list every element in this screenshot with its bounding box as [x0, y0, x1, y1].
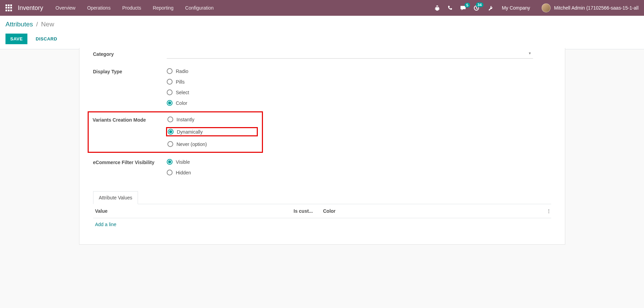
tabs: Attribute Values: [93, 191, 551, 204]
form-sheet: Category ▼ Display Type Radio: [79, 48, 565, 245]
table-header: Value Is cust... Color ⋮: [93, 204, 551, 218]
apps-icon[interactable]: [5, 4, 12, 11]
radio-label: Visible: [176, 159, 190, 165]
vcm-group: Instantly Dynamically Never (option): [167, 116, 258, 147]
vcm-label: Variants Creation Mode: [93, 116, 167, 123]
radio-label: Color: [176, 100, 187, 106]
radio-icon: [167, 68, 173, 74]
efv-label: eCommerce Filter Visibility: [93, 158, 167, 165]
radio-icon: [167, 100, 173, 106]
radio-label: Select: [176, 90, 189, 95]
col-value: Value: [93, 208, 294, 214]
chevron-down-icon[interactable]: ▼: [528, 51, 532, 55]
variants-creation-mode-highlight: Variants Creation Mode Instantly Dynamic…: [88, 111, 263, 153]
display-type-select[interactable]: Select: [167, 89, 551, 95]
efv-group: Visible Hidden: [167, 158, 551, 175]
efv-hidden[interactable]: Hidden: [167, 170, 551, 175]
breadcrumb-sep: /: [36, 21, 38, 28]
radio-label: Never (option): [177, 141, 207, 147]
radio-icon: [167, 89, 173, 95]
radio-label: Instantly: [177, 117, 194, 122]
breadcrumb-root[interactable]: Attributes: [5, 21, 33, 28]
tools-icon[interactable]: [487, 5, 492, 11]
menu-overview[interactable]: Overview: [55, 5, 75, 11]
display-type-color[interactable]: Color: [167, 100, 551, 106]
radio-icon: [167, 159, 173, 165]
systray: 5 34 My Company Mitchell Admin (17102566…: [434, 3, 639, 12]
user-name: Mitchell Admin (17102566-saas-15-1-all: [554, 5, 639, 11]
radio-icon: [168, 129, 174, 135]
vcm-dynamically[interactable]: Dynamically: [168, 129, 254, 135]
radio-label: Pills: [176, 79, 185, 85]
vcm-dynamically-highlight: Dynamically: [166, 127, 258, 136]
radio-icon: [167, 170, 173, 175]
efv-visible[interactable]: Visible: [167, 159, 551, 165]
save-button[interactable]: SAVE: [5, 34, 27, 44]
menu-operations[interactable]: Operations: [87, 5, 110, 11]
phone-icon[interactable]: [447, 5, 453, 11]
radio-icon: [167, 116, 173, 122]
tab-attribute-values[interactable]: Attribute Values: [93, 191, 138, 204]
menu-products[interactable]: Products: [122, 5, 141, 11]
vcm-never[interactable]: Never (option): [167, 141, 258, 147]
radio-label: Radio: [176, 69, 189, 74]
add-line[interactable]: Add a line: [93, 218, 551, 231]
messages-icon[interactable]: 5: [460, 5, 466, 11]
kebab-icon[interactable]: ⋮: [542, 208, 551, 214]
breadcrumb-current: New: [41, 21, 54, 28]
breadcrumb-bar: Attributes / New: [0, 16, 644, 30]
avatar: [542, 3, 551, 12]
user-menu[interactable]: Mitchell Admin (17102566-saas-15-1-all: [542, 3, 639, 12]
vcm-instantly[interactable]: Instantly: [167, 116, 258, 122]
col-color: Color: [323, 208, 542, 214]
main-menu: Overview Operations Products Reporting C…: [55, 5, 434, 11]
breadcrumb: Attributes / New: [5, 21, 639, 28]
category-label: Category: [93, 50, 167, 57]
activity-badge: 34: [476, 2, 483, 7]
top-navbar: Inventory Overview Operations Products R…: [0, 0, 644, 16]
radio-label: Dynamically: [177, 129, 203, 135]
app-brand[interactable]: Inventory: [18, 4, 43, 12]
discard-button[interactable]: DISCARD: [31, 34, 62, 44]
messages-badge: 5: [465, 3, 470, 8]
bug-icon[interactable]: [434, 5, 440, 11]
radio-label: Hidden: [176, 170, 191, 175]
display-type-label: Display Type: [93, 67, 167, 74]
category-input[interactable]: [167, 50, 533, 59]
display-type-pills[interactable]: Pills: [167, 79, 551, 85]
radio-icon: [167, 79, 173, 85]
company-switcher[interactable]: My Company: [502, 5, 530, 11]
display-type-group: Radio Pills Select Color: [167, 67, 551, 106]
radio-icon: [167, 141, 173, 147]
activity-icon[interactable]: 34: [473, 5, 479, 11]
action-bar: SAVE DISCARD: [0, 30, 644, 49]
menu-configuration[interactable]: Configuration: [185, 5, 214, 11]
col-is-custom: Is cust...: [294, 208, 323, 214]
display-type-radio[interactable]: Radio: [167, 68, 551, 74]
menu-reporting[interactable]: Reporting: [153, 5, 174, 11]
